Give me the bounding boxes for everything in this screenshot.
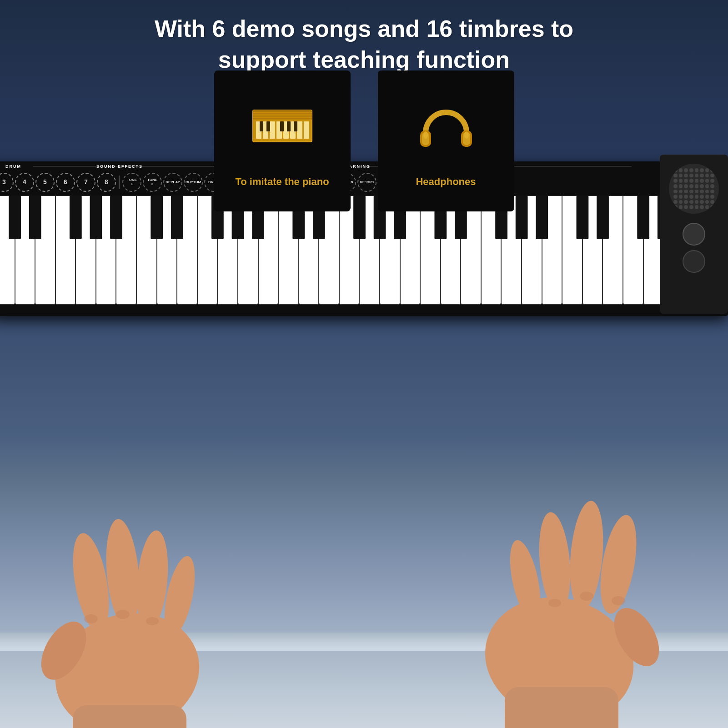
white-key-13[interactable] bbox=[238, 196, 258, 305]
white-key-32[interactable] bbox=[623, 196, 643, 305]
piano-keys-area: // Generate black key positions for 5 oc… bbox=[0, 196, 724, 311]
white-key-29[interactable] bbox=[562, 196, 582, 305]
svg-point-25 bbox=[423, 131, 428, 139]
white-key-3[interactable] bbox=[35, 196, 55, 305]
white-key-12[interactable] bbox=[217, 196, 238, 305]
svg-rect-10 bbox=[260, 121, 263, 131]
svg-point-71 bbox=[548, 599, 561, 607]
svg-point-26 bbox=[464, 131, 469, 139]
left-hand bbox=[32, 517, 213, 728]
white-key-1[interactable] bbox=[0, 196, 15, 305]
svg-rect-11 bbox=[266, 121, 270, 131]
svg-rect-13 bbox=[287, 121, 291, 131]
white-key-19[interactable] bbox=[359, 196, 380, 305]
headphones-card-label: Headphones bbox=[416, 176, 476, 188]
white-key-7[interactable] bbox=[116, 196, 136, 305]
volume-up-button[interactable] bbox=[683, 223, 705, 246]
white-key-27[interactable] bbox=[522, 196, 542, 305]
volume-down-button[interactable] bbox=[683, 250, 705, 273]
white-key-31[interactable] bbox=[602, 196, 623, 305]
white-key-9[interactable] bbox=[157, 196, 177, 305]
svg-rect-15 bbox=[253, 110, 312, 120]
svg-rect-14 bbox=[294, 121, 297, 131]
white-key-21[interactable] bbox=[400, 196, 421, 305]
white-key-11[interactable] bbox=[197, 196, 218, 305]
page-container: With 6 demo songs and 16 timbres to supp… bbox=[0, 0, 728, 728]
white-key-26[interactable] bbox=[501, 196, 522, 305]
white-key-17[interactable] bbox=[319, 196, 339, 305]
white-key-20[interactable] bbox=[380, 196, 400, 305]
white-key-4[interactable] bbox=[55, 196, 76, 305]
white-key-6[interactable] bbox=[96, 196, 116, 305]
svg-rect-4 bbox=[270, 121, 275, 139]
white-key-8[interactable] bbox=[136, 196, 157, 305]
svg-point-69 bbox=[612, 596, 625, 605]
white-key-18[interactable] bbox=[339, 196, 360, 305]
white-key-15[interactable] bbox=[278, 196, 299, 305]
white-key-22[interactable] bbox=[420, 196, 441, 305]
piano-feature-card: To imitate the piano bbox=[214, 70, 351, 211]
white-key-16[interactable] bbox=[299, 196, 319, 305]
title-line1: With 6 demo songs and 16 timbres to bbox=[155, 15, 573, 42]
white-key-24[interactable] bbox=[461, 196, 481, 305]
white-key-14[interactable] bbox=[258, 196, 279, 305]
piano-icon-container bbox=[246, 94, 319, 167]
white-key-25[interactable] bbox=[481, 196, 502, 305]
title-line2: support teaching function bbox=[218, 46, 510, 73]
white-key-10[interactable] bbox=[177, 196, 197, 305]
white-keys bbox=[0, 196, 724, 305]
hands-overlay bbox=[0, 319, 728, 728]
main-title: With 6 demo songs and 16 timbres to supp… bbox=[0, 14, 728, 75]
svg-rect-68 bbox=[505, 687, 618, 728]
svg-point-59 bbox=[84, 614, 98, 623]
svg-rect-9 bbox=[304, 121, 309, 139]
cards-section: To imitate the piano bbox=[0, 70, 728, 211]
headphones-feature-card: Headphones bbox=[378, 70, 514, 211]
piano-card-label: To imitate the piano bbox=[235, 176, 329, 188]
svg-point-70 bbox=[580, 592, 593, 601]
keys-wrapper: // Generate black key positions for 5 oc… bbox=[0, 196, 724, 305]
white-key-5[interactable] bbox=[75, 196, 96, 305]
headphones-icon-container bbox=[410, 94, 482, 167]
headphones-icon bbox=[417, 101, 476, 160]
title-section: With 6 demo songs and 16 timbres to supp… bbox=[0, 14, 728, 75]
white-key-28[interactable] bbox=[542, 196, 562, 305]
svg-rect-8 bbox=[297, 121, 302, 139]
svg-rect-58 bbox=[73, 705, 186, 728]
svg-point-60 bbox=[116, 610, 130, 619]
svg-rect-12 bbox=[280, 121, 284, 131]
right-hand bbox=[471, 499, 668, 728]
svg-point-61 bbox=[146, 617, 159, 625]
white-key-30[interactable] bbox=[582, 196, 603, 305]
white-key-23[interactable] bbox=[441, 196, 461, 305]
piano-keys-icon bbox=[251, 108, 314, 153]
svg-point-66 bbox=[536, 511, 574, 613]
white-key-2[interactable] bbox=[15, 196, 35, 305]
